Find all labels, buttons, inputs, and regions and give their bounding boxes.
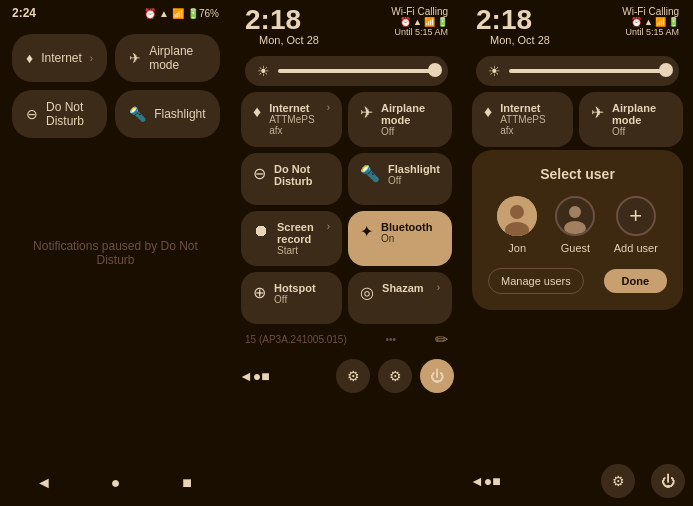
hotspot-icon-p2: ⊕ bbox=[253, 283, 266, 302]
tile-airplane[interactable]: ✈ Airplane mode bbox=[115, 34, 219, 82]
bluetooth-info: Bluetooth On bbox=[381, 221, 432, 244]
quick-tiles-panel1: ♦ Internet › ✈ Airplane mode ⊖ Do Not Di… bbox=[0, 26, 231, 146]
alarm-icon3: ⏰ bbox=[631, 17, 642, 27]
recents-button-panel1[interactable]: ■ bbox=[172, 468, 202, 498]
wifi-icon: ▲ bbox=[159, 8, 169, 19]
tile-bluetooth-p2[interactable]: ✦ Bluetooth On bbox=[348, 211, 452, 266]
airplane-icon-p2: ✈ bbox=[360, 103, 373, 122]
shazam-arrow-p2: › bbox=[437, 282, 440, 293]
svg-point-4 bbox=[564, 221, 586, 234]
wifi-icon-p3: ♦ bbox=[484, 103, 492, 121]
home-button-panel2[interactable]: ● bbox=[253, 368, 261, 384]
tile-airplane-p2[interactable]: ✈ Airplane mode Off bbox=[348, 92, 452, 147]
settings-icon-btn[interactable]: ⚙ bbox=[378, 359, 412, 393]
shazam-icon-p2: ◎ bbox=[360, 283, 374, 302]
flashlight-tile-icon: 🔦 bbox=[129, 106, 146, 122]
status-bar-panel3: 2:18 Mon, Oct 28 Wi-Fi Calling ⏰ ▲ 📶 🔋 U… bbox=[462, 0, 693, 52]
tile-flashlight[interactable]: 🔦 Flashlight bbox=[115, 90, 219, 138]
manage-users-button[interactable]: Manage users bbox=[488, 268, 584, 294]
tile-shazam-p2[interactable]: ◎ Shazam › bbox=[348, 272, 452, 324]
date-panel3: Mon, Oct 28 bbox=[490, 34, 550, 46]
dnd-icon-p2: ⊖ bbox=[253, 164, 266, 183]
brightness-thumb-p3 bbox=[659, 63, 673, 77]
power-icon-btn-p3[interactable]: ⏻ bbox=[651, 464, 685, 498]
status-icons-panel1: ⏰ ▲ 📶 🔋76% bbox=[144, 8, 219, 19]
wifi-icon2: ▲ bbox=[413, 17, 422, 27]
recents-button-panel3[interactable]: ■ bbox=[492, 473, 500, 489]
flashlight-icon-p2: 🔦 bbox=[360, 164, 380, 183]
back-button-panel3[interactable]: ◄ bbox=[470, 473, 484, 489]
brightness-bar-panel2[interactable]: ☀ bbox=[245, 56, 448, 86]
panel-selectuser: 2:18 Mon, Oct 28 Wi-Fi Calling ⏰ ▲ 📶 🔋 U… bbox=[462, 0, 693, 506]
alarm-icon: ⏰ bbox=[144, 8, 156, 19]
hotspot-info: Hotspot Off bbox=[274, 282, 316, 305]
tile-internet-arrow: › bbox=[90, 53, 93, 64]
until-text-p3: Until 5:15 AM bbox=[625, 27, 679, 37]
tile-internet-p2[interactable]: ♦ Internet ATTMePS afx › bbox=[241, 92, 342, 147]
edit-icon[interactable]: ✏ bbox=[435, 330, 448, 349]
footer-panel2: 15 (AP3A.241005.015) ••• ✏ bbox=[231, 324, 462, 355]
airplane-icon-p3: ✈ bbox=[591, 103, 604, 122]
wifi-calling-label-p3: Wi-Fi Calling bbox=[622, 6, 679, 17]
battery-icon: 🔋76% bbox=[187, 8, 219, 19]
brightness-bar-panel3[interactable]: ☀ bbox=[476, 56, 679, 86]
tile-hotspot-p2[interactable]: ⊕ Hotspot Off bbox=[241, 272, 342, 324]
tile-internet[interactable]: ♦ Internet › bbox=[12, 34, 107, 82]
recents-button-panel2[interactable]: ■ bbox=[261, 368, 269, 384]
avatar-guest bbox=[555, 196, 595, 236]
bottom-nav-panel2: ◄ ● ■ ⚙ ⚙ ⏻ bbox=[231, 355, 462, 401]
back-button-panel2[interactable]: ◄ bbox=[239, 368, 253, 384]
select-user-title: Select user bbox=[488, 166, 667, 182]
brightness-slider-p3[interactable] bbox=[509, 69, 667, 73]
user-name-jon: Jon bbox=[508, 242, 526, 254]
status-icons-row: ⏰ ▲ 📶 🔋 bbox=[400, 17, 448, 27]
tile-internet-p3[interactable]: ♦ Internet ATTMePS afx bbox=[472, 92, 573, 147]
done-button[interactable]: Done bbox=[604, 269, 668, 293]
until-text: Until 5:15 AM bbox=[394, 27, 448, 37]
internet-arrow-p2: › bbox=[327, 102, 330, 113]
user-item-guest[interactable]: Guest bbox=[555, 196, 595, 254]
status-right-panel2: Wi-Fi Calling ⏰ ▲ 📶 🔋 Until 5:15 AM bbox=[391, 6, 448, 37]
signal-icon3: 📶 bbox=[655, 17, 666, 27]
status-right-panel3: Wi-Fi Calling ⏰ ▲ 📶 🔋 Until 5:15 AM bbox=[622, 6, 679, 37]
settings-icon-btn-p3[interactable]: ⚙ bbox=[601, 464, 635, 498]
version-text: 15 (AP3A.241005.015) bbox=[245, 334, 347, 345]
svg-point-3 bbox=[569, 206, 581, 218]
back-button-panel1[interactable]: ◄ bbox=[29, 468, 59, 498]
brightness-slider[interactable] bbox=[278, 69, 436, 73]
tile-dnd-p2[interactable]: ⊖ Do Not Disturb bbox=[241, 153, 342, 205]
home-button-panel1[interactable]: ● bbox=[100, 468, 130, 498]
user-name-add: Add user bbox=[614, 242, 658, 254]
select-user-popup: Select user Jon bbox=[472, 150, 683, 310]
time-panel1: 2:24 bbox=[12, 6, 36, 20]
user-list: Jon Guest + Add user bbox=[488, 196, 667, 254]
user-item-jon[interactable]: Jon bbox=[497, 196, 537, 254]
internet-info: Internet ATTMePS afx bbox=[269, 102, 319, 136]
user-item-add[interactable]: + Add user bbox=[614, 196, 658, 254]
panel-quicksettings: 2:18 Mon, Oct 28 Wi-Fi Calling ⏰ ▲ 📶 🔋 U… bbox=[231, 0, 462, 506]
notifications-paused-text: Notifications paused by Do Not Disturb bbox=[0, 219, 231, 287]
battery-icon3: 🔋 bbox=[668, 17, 679, 27]
brightness-thumb bbox=[428, 63, 442, 77]
wifi-icon3: ▲ bbox=[644, 17, 653, 27]
accessibility-icon-btn[interactable]: ⚙ bbox=[336, 359, 370, 393]
time-panel3: 2:18 bbox=[476, 6, 550, 34]
nav-bar-panel1: ◄ ● ■ bbox=[0, 460, 231, 506]
popup-buttons: Manage users Done bbox=[488, 268, 667, 294]
tile-donotdisturb[interactable]: ⊖ Do Not Disturb bbox=[12, 90, 107, 138]
power-icon-btn[interactable]: ⏻ bbox=[420, 359, 454, 393]
tile-internet-label: Internet bbox=[41, 51, 82, 65]
dots-menu[interactable]: ••• bbox=[386, 334, 397, 345]
screenrecord-info: Screen record Start bbox=[277, 221, 319, 256]
quick-nav-icons: ⚙ ⚙ ⏻ bbox=[270, 359, 454, 393]
tile-screenrecord-p2[interactable]: ⏺ Screen record Start › bbox=[241, 211, 342, 266]
tile-flashlight-p2[interactable]: 🔦 Flashlight Off bbox=[348, 153, 452, 205]
home-button-panel3[interactable]: ● bbox=[484, 473, 492, 489]
svg-point-1 bbox=[510, 205, 524, 219]
bluetooth-icon-p2: ✦ bbox=[360, 222, 373, 241]
status-bar-panel1: 2:24 ⏰ ▲ 📶 🔋76% bbox=[0, 0, 231, 26]
tile-airplane-label: Airplane mode bbox=[149, 44, 205, 72]
status-icons-row-p3: ⏰ ▲ 📶 🔋 bbox=[631, 17, 679, 27]
tile-airplane-p3[interactable]: ✈ Airplane mode Off bbox=[579, 92, 683, 147]
nav-bar-panel3: ◄ ● ■ ⚙ ⏻ bbox=[462, 460, 693, 506]
